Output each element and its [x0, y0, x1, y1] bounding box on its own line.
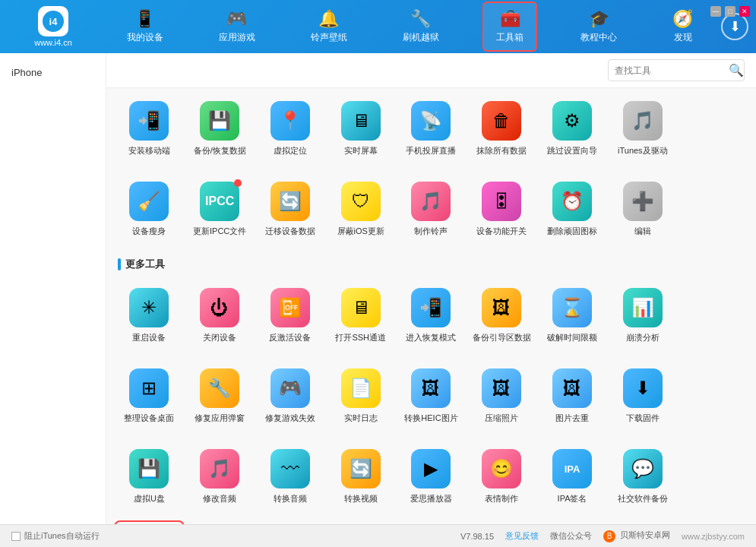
tool-edit[interactable]: ➕ 编辑 — [607, 172, 678, 245]
restart-icon: ✳ — [129, 288, 169, 327]
tool-convert-heic[interactable]: 🖼 转换HEIC图片 — [396, 359, 467, 432]
compress-photos-icon: 🖼 — [482, 368, 521, 408]
tool-install-mobile[interactable]: 📲 安装移动端 — [114, 92, 185, 165]
tool-shield-ios[interactable]: 🛡 屏蔽iOS更新 — [325, 172, 396, 245]
tool-setup-wizard[interactable]: ⚙ 跳过设置向导 — [537, 92, 608, 165]
sidebar-item-iphone[interactable]: iPhone — [0, 61, 106, 84]
tool-device-toggle[interactable]: 🎛 设备功能开关 — [467, 172, 537, 245]
break-time-icon: ⌛ — [552, 288, 592, 327]
minimize-button[interactable]: — — [710, 6, 721, 17]
screen-real-label: 实时屏幕 — [344, 145, 378, 156]
logo: i4 www.i4.cn — [8, 6, 99, 47]
footer-right: V7.98.15 意见反馈 微信公众号 B 贝斯特安卓网 www.zjbstyy… — [460, 530, 745, 542]
nav-ringtones[interactable]: 🔔 铃声壁纸 — [299, 3, 359, 50]
tool-emoji-maker[interactable]: 😊 表情制作 — [467, 440, 537, 513]
header-right: ⬇ — [721, 13, 748, 40]
tool-download-firmware[interactable]: ⬇ 下载固件 — [607, 359, 678, 432]
tool-crash-analysis[interactable]: 📊 崩溃分析 — [607, 279, 678, 352]
tool-compress-photos[interactable]: 🖼 压缩照片 — [467, 359, 537, 432]
search-box[interactable]: 🔍 — [608, 59, 745, 81]
tool-backup-sector[interactable]: 🖼 备份引导区数据 — [467, 279, 537, 352]
section5-grid: 💾 虚拟U盘 🎵 修改音频 〰 转换音频 🔄 转换视频 ▶ 爱思播放器 😊 — [106, 436, 756, 517]
virtual-udisk-icon: 💾 — [129, 449, 169, 489]
search-input[interactable] — [615, 65, 729, 76]
emoji-maker-label: 表情制作 — [485, 493, 518, 504]
fix-app-crash-icon: 🔧 — [200, 368, 239, 408]
device-slim-icon: 🧹 — [129, 182, 169, 221]
tool-erase-data[interactable]: 🗑 抹除所有数据 — [467, 92, 537, 165]
tool-social-backup[interactable]: 💬 社交软件备份 — [607, 440, 678, 513]
tool-convert-video[interactable]: 🔄 转换视频 — [325, 440, 396, 513]
deactivate-label: 反激活设备 — [269, 332, 311, 343]
deactivate-icon: 📴 — [270, 288, 310, 327]
tool-virtual-udisk[interactable]: 💾 虚拟U盘 — [114, 440, 185, 513]
tool-virtual-location[interactable]: 📍 虚拟定位 — [255, 92, 326, 165]
backup-sector-icon: 🖼 — [482, 288, 521, 327]
nav-discover-label: 发现 — [674, 31, 692, 44]
make-ringtone-label: 制作铃声 — [414, 226, 448, 236]
tool-device-slim[interactable]: 🧹 设备瘦身 — [114, 172, 185, 245]
convert-heic-label: 转换HEIC图片 — [404, 413, 457, 423]
close-button[interactable]: ✕ — [739, 6, 750, 17]
feedback-link[interactable]: 意见反馈 — [505, 530, 539, 542]
tool-del-stubborn[interactable]: ⏰ 删除顽固图标 — [537, 172, 608, 245]
break-time-label: 破解时间限额 — [547, 332, 597, 343]
migrate-data-icon: 🔄 — [270, 182, 310, 221]
tool-migrate-data[interactable]: 🔄 迁移设备数据 — [255, 172, 326, 245]
update-ipcc-icon: IPCC — [200, 182, 239, 221]
tool-deactivate[interactable]: 📴 反激活设备 — [255, 279, 326, 352]
device-toggle-icon: 🎛 — [482, 182, 521, 221]
tool-restart[interactable]: ✳ 重启设备 — [114, 279, 185, 352]
tool-make-ringtone[interactable]: 🎵 制作铃声 — [396, 172, 467, 245]
wechat-label[interactable]: 微信公众号 — [550, 530, 592, 542]
nav-apps-games[interactable]: 🎮 应用游戏 — [207, 3, 267, 50]
tool-break-time[interactable]: ⌛ 破解时间限额 — [537, 279, 608, 352]
tool-update-ipcc[interactable]: IPCC 更新IPCC文件 — [185, 172, 255, 245]
itunes-checkbox[interactable] — [11, 532, 21, 541]
tool-modify-audio[interactable]: 🎵 修改音频 — [185, 440, 255, 513]
real-log-icon: 📄 — [341, 368, 381, 408]
nav-jailbreak[interactable]: 🔧 刷机越狱 — [391, 3, 451, 50]
tool-ipa-sign[interactable]: IPA IPA签名 — [537, 440, 608, 513]
ipa-sign-label: IPA签名 — [558, 493, 587, 504]
ipa-sign-icon: IPA — [552, 449, 592, 489]
tool-fix-app-crash[interactable]: 🔧 修复应用弹窗 — [185, 359, 255, 432]
nav-ringtones-icon: 🔔 — [318, 9, 339, 29]
logo-text: www.i4.cn — [34, 38, 72, 47]
del-stubborn-label: 删除顽固图标 — [547, 226, 597, 236]
tool-open-ssh[interactable]: 🖥 打开SSH通道 — [325, 279, 396, 352]
tool-fix-game[interactable]: 🎮 修复游戏失效 — [255, 359, 326, 432]
nav-discover[interactable]: 🧭 发现 — [660, 3, 705, 50]
tool-screen-real[interactable]: 🖥 实时屏幕 — [325, 92, 396, 165]
tool-remove-dup[interactable]: 🖼 图片去重 — [537, 359, 608, 432]
tool-itunes-drivers[interactable]: 🎵 iTunes及驱动 — [607, 92, 678, 165]
section3-grid: ✳ 重启设备 ⏻ 关闭设备 📴 反激活设备 🖥 打开SSH通道 📲 进入恢复模式… — [106, 275, 756, 356]
backup-sector-label: 备份引导区数据 — [473, 332, 531, 343]
screen-cast-icon: 📡 — [411, 101, 451, 141]
nav-apps-label: 应用游戏 — [219, 31, 255, 44]
tool-backup-restore[interactable]: 💾 备份/恢复数据 — [185, 92, 255, 165]
partner-label[interactable]: B 贝斯特安卓网 — [603, 530, 670, 542]
shutdown-icon: ⏻ — [200, 288, 239, 327]
nav-ringtones-label: 铃声壁纸 — [311, 31, 347, 44]
nav-device-label: 我的设备 — [127, 31, 163, 44]
tool-convert-audio[interactable]: 〰 转换音频 — [255, 440, 326, 513]
tool-real-log[interactable]: 📄 实时日志 — [325, 359, 396, 432]
convert-video-icon: 🔄 — [341, 449, 381, 489]
organize-desktop-label: 整理设备桌面 — [124, 413, 174, 423]
tool-screen-cast[interactable]: 📡 手机投屏直播 — [396, 92, 467, 165]
tool-manage-profiles[interactable]: ⚙ 管理描述文件 — [114, 520, 185, 524]
nav-toolbox[interactable]: 🧰 工具箱 — [482, 2, 537, 52]
tool-aisi-player[interactable]: ▶ 爱思播放器 — [396, 440, 467, 513]
download-button[interactable]: ⬇ — [721, 13, 748, 40]
nav-tutorial-label: 教程中心 — [580, 31, 617, 44]
nav-tutorial[interactable]: 🎓 教程中心 — [568, 3, 629, 50]
recovery-label: 进入恢复模式 — [406, 332, 456, 343]
screen-cast-label: 手机投屏直播 — [406, 145, 456, 156]
tool-shutdown[interactable]: ⏻ 关闭设备 — [185, 279, 255, 352]
search-icon: 🔍 — [729, 63, 744, 77]
tool-recovery[interactable]: 📲 进入恢复模式 — [396, 279, 467, 352]
nav-my-device[interactable]: 📱 我的设备 — [115, 3, 176, 50]
maximize-button[interactable]: □ — [725, 6, 735, 17]
tool-organize-desktop[interactable]: ⊞ 整理设备桌面 — [114, 359, 185, 432]
